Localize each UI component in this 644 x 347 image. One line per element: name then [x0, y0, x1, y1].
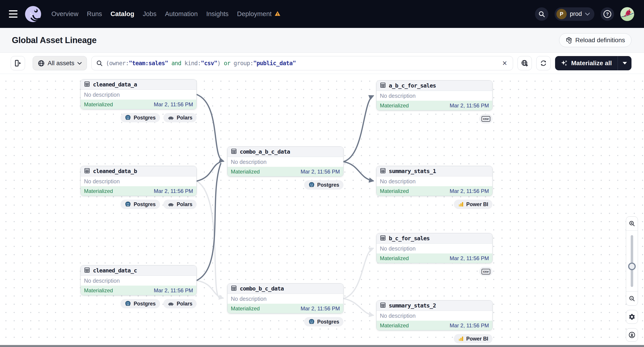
zoom-out-button[interactable]	[626, 291, 638, 306]
asset-materialized-time[interactable]: Mar 2, 11:56 PM	[450, 255, 489, 262]
asset-materialized-time[interactable]: Mar 2, 11:56 PM	[450, 188, 489, 194]
dagster-logo[interactable]	[24, 5, 42, 22]
asset-kind-tags: csv	[479, 114, 492, 123]
user-avatar[interactable]	[620, 7, 634, 21]
kind-tag-postgres[interactable]: Postgres	[304, 317, 344, 327]
materialize-options-button[interactable]	[618, 56, 632, 70]
edge-combo-bc-to-summary-stats-2	[344, 299, 373, 315]
asset-search-input[interactable]: (owner:"team:sales" and kind:"csv") or g…	[92, 56, 513, 70]
kind-tag-postgres[interactable]: Postgres	[120, 113, 160, 122]
asset-status: Materialized	[380, 102, 409, 109]
kind-tag-csv[interactable]: csv	[479, 267, 492, 276]
asset-node-combo-a-b-c-data[interactable]: combo_a_b_c_data No description Material…	[227, 146, 344, 177]
edge-cleaned-b-to-combo-bc	[197, 181, 220, 298]
search-icon	[538, 10, 545, 18]
asset-node-cleaned-data-a[interactable]: cleaned_data_a No description Materializ…	[80, 79, 197, 109]
zoom-slider-handle[interactable]	[628, 263, 636, 270]
kind-tag-polars[interactable]: Polars	[163, 113, 197, 122]
asset-node-cleaned-data-c[interactable]: cleaned_data_c No description Materializ…	[80, 265, 197, 296]
asset-materialized-time[interactable]: Mar 2, 11:56 PM	[154, 188, 193, 194]
kind-label: Postgres	[134, 301, 156, 307]
asset-node-combo-b-c-data[interactable]: combo_b_c_data No description Materializ…	[227, 283, 344, 314]
help-button[interactable]: ?	[601, 7, 614, 21]
asset-materialized-time[interactable]: Mar 2, 11:56 PM	[300, 169, 340, 175]
panel-expand-icon	[14, 59, 22, 67]
materialize-all-split-button: Materialize all	[555, 56, 632, 70]
asset-materialized-time[interactable]: Mar 2, 11:56 PM	[154, 101, 193, 108]
asset-description: No description	[81, 90, 196, 100]
asset-description: No description	[81, 176, 196, 186]
asset-scope-dropdown[interactable]: All assets	[32, 56, 87, 70]
materialize-all-button[interactable]: Materialize all	[555, 56, 618, 70]
page-header: Global Asset Lineage Reload definitions	[0, 28, 644, 53]
table-icon	[231, 285, 237, 292]
zoom-in-button[interactable]	[626, 217, 638, 231]
kind-tag-power-bi[interactable]: Power BI	[454, 200, 492, 209]
download-graph-button[interactable]	[626, 328, 638, 342]
nav-item-catalog[interactable]: Catalog	[110, 10, 134, 18]
asset-node-summary-stats-1[interactable]: summary_stats_1 No description Materiali…	[376, 166, 492, 196]
asset-kind-tags: Postgres Polars	[120, 299, 197, 308]
reload-definitions-button[interactable]: Reload definitions	[559, 33, 632, 47]
asset-status: Materialized	[380, 323, 409, 329]
graph-settings-button[interactable]	[626, 310, 638, 324]
asset-description: No description	[228, 294, 343, 304]
new-asset-selection-button[interactable]	[518, 56, 532, 70]
table-icon	[231, 148, 237, 155]
kind-tag-power-bi[interactable]: Power BI	[454, 334, 492, 344]
power-bi-icon	[458, 336, 464, 342]
gear-icon	[628, 313, 636, 321]
kind-label: Power BI	[466, 201, 488, 207]
edge-cleaned-c-to-combo-abc	[197, 163, 221, 281]
asset-name: combo_b_c_data	[240, 285, 284, 292]
asset-name: summary_stats_2	[389, 302, 436, 309]
asset-materialized-time[interactable]: Mar 2, 11:56 PM	[154, 287, 193, 294]
asset-description: No description	[376, 311, 492, 321]
nav-item-runs[interactable]: Runs	[87, 10, 102, 18]
table-icon	[380, 235, 386, 242]
nav-item-jobs[interactable]: Jobs	[143, 10, 156, 18]
chevron-down-icon	[585, 12, 590, 16]
hamburger-menu-icon[interactable]	[9, 9, 20, 19]
asset-materialized-time[interactable]: Mar 2, 11:56 PM	[300, 306, 340, 312]
clear-search-button[interactable]: ×	[501, 59, 508, 67]
asset-kind-tags: Postgres	[304, 180, 344, 190]
asset-node-b-c-for-sales[interactable]: b_c_for_sales No description Materialize…	[376, 233, 492, 263]
polars-icon	[168, 115, 174, 120]
svg-text:?: ?	[606, 11, 609, 16]
asset-node-summary-stats-2[interactable]: summary_stats_2 No description Materiali…	[376, 300, 492, 331]
environment-switcher[interactable]: P prod	[554, 7, 594, 21]
global-search-button[interactable]	[535, 7, 548, 21]
expand-sidebar-button[interactable]	[11, 56, 25, 70]
kind-tag-csv[interactable]: csv	[479, 114, 492, 123]
zoom-in-icon	[628, 220, 635, 227]
zoom-slider-track[interactable]	[631, 235, 633, 287]
asset-materialized-time[interactable]: Mar 2, 11:56 PM	[450, 323, 489, 329]
kind-tag-polars[interactable]: Polars	[163, 299, 197, 308]
asset-name: cleaned_data_b	[93, 168, 137, 174]
asset-kind-tags: Postgres	[304, 317, 344, 327]
asset-materialized-time[interactable]: Mar 2, 11:56 PM	[450, 102, 489, 109]
kind-label: Polars	[177, 115, 192, 121]
zoom-slider[interactable]	[626, 231, 638, 291]
asset-description: No description	[376, 91, 492, 101]
asset-name: a_b_c_for_sales	[389, 82, 436, 89]
asset-scope-label: All assets	[48, 60, 74, 67]
nav-item-insights[interactable]: Insights	[206, 10, 228, 18]
nav-item-deployment[interactable]: Deployment	[237, 10, 272, 18]
asset-node-a-b-c-for-sales[interactable]: a_b_c_for_sales No description Materiali…	[376, 80, 492, 110]
nav-item-overview[interactable]: Overview	[52, 10, 78, 18]
kind-tag-postgres[interactable]: Postgres	[120, 200, 160, 209]
lineage-canvas[interactable]: cleaned_data_a No description Materializ…	[0, 74, 644, 345]
refresh-button[interactable]	[536, 56, 550, 70]
environment-avatar: P	[556, 9, 567, 19]
zoom-out-icon	[628, 295, 635, 302]
kind-tag-polars[interactable]: Polars	[163, 200, 197, 209]
lineage-toolbar: All assets (owner:"team:sales" and kind:…	[0, 53, 644, 74]
kind-tag-postgres[interactable]: Postgres	[120, 299, 160, 308]
nav-item-automation[interactable]: Automation	[165, 10, 198, 18]
asset-node-cleaned-data-b[interactable]: cleaned_data_b No description Materializ…	[80, 166, 197, 196]
edge-cleaned-a-to-combo-abc	[197, 94, 224, 161]
table-icon	[84, 267, 90, 274]
kind-tag-postgres[interactable]: Postgres	[304, 180, 344, 190]
